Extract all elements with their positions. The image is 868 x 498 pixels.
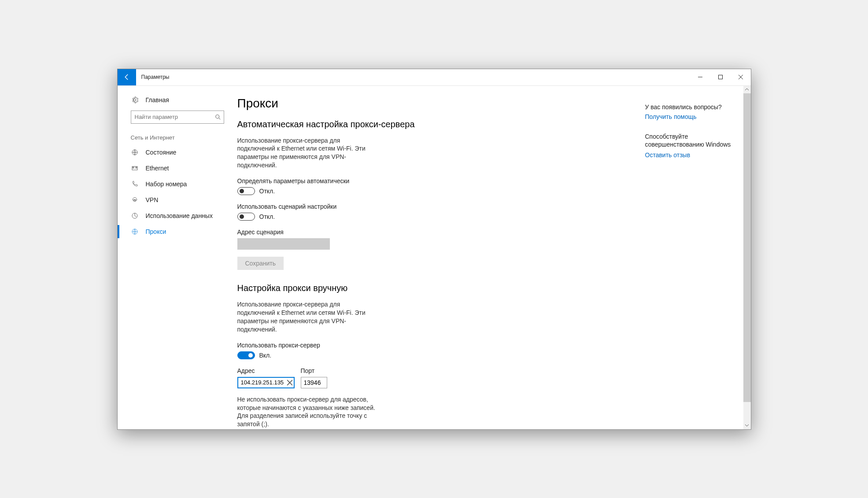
phone-icon (131, 181, 139, 188)
detect-toggle[interactable] (237, 187, 255, 195)
script-state: Откл. (259, 213, 275, 220)
auto-desc: Использование прокси-сервера для подключ… (237, 136, 378, 170)
category-label: Сеть и Интернет (118, 128, 229, 144)
script-toggle-row: Откл. (237, 213, 554, 221)
clear-icon[interactable] (287, 380, 293, 386)
sidebar-item-data-usage[interactable]: Использование данных (118, 208, 229, 224)
addr-port-row: Адрес Порт (237, 367, 554, 388)
sidebar-item-label: VPN (146, 196, 159, 203)
window-controls (690, 69, 751, 85)
back-button[interactable] (118, 69, 136, 85)
scrollbar[interactable] (743, 86, 751, 429)
script-addr-input (237, 238, 330, 250)
port-column: Порт (301, 367, 327, 388)
vpn-icon (131, 196, 139, 203)
use-proxy-state: Вкл. (259, 352, 272, 359)
window-title: Параметры (136, 69, 690, 85)
titlebar: Параметры (118, 69, 751, 86)
script-toggle[interactable] (237, 213, 255, 221)
port-input[interactable] (301, 377, 327, 388)
settings-window: Параметры Главная (117, 69, 751, 430)
chevron-up-icon (745, 87, 749, 92)
sidebar-item-proxy[interactable]: Прокси (118, 224, 229, 240)
minimize-icon (698, 74, 703, 80)
addr-wrap (237, 377, 295, 388)
window-body: Главная Сеть и Интернет Состояние E (118, 86, 751, 429)
except-desc: Не использовать прокси-сервер для адресо… (237, 395, 387, 429)
search-wrap (118, 111, 229, 128)
use-proxy-toggle[interactable] (237, 351, 255, 359)
svg-rect-1 (718, 75, 722, 79)
detect-state: Откл. (259, 188, 275, 195)
auto-save-button: Сохранить (237, 257, 284, 270)
get-help-link[interactable]: Получить помощь (645, 113, 738, 120)
script-label: Использовать сценарий настройки (237, 203, 554, 210)
questions-label: У вас появились вопросы? (645, 103, 738, 111)
home-label: Главная (146, 96, 169, 103)
improve-label: Способствуйте совершенствованию Windows (645, 133, 738, 149)
main-column: Прокси Автоматическая настройка прокси-с… (237, 96, 554, 419)
ethernet-icon (131, 165, 139, 172)
scroll-down-arrow[interactable] (743, 422, 751, 429)
use-proxy-toggle-row: Вкл. (237, 351, 554, 359)
feedback-link[interactable]: Оставить отзыв (645, 151, 738, 159)
manual-heading: Настройка прокси вручную (237, 283, 554, 293)
scroll-thumb[interactable] (743, 93, 751, 402)
minimize-button[interactable] (690, 69, 710, 85)
addr-label: Адрес (237, 367, 295, 374)
sidebar-item-ethernet[interactable]: Ethernet (118, 160, 229, 176)
data-icon (131, 212, 139, 219)
port-label: Порт (301, 367, 327, 374)
content-area: Прокси Автоматическая настройка прокси-с… (229, 86, 751, 429)
maximize-button[interactable] (710, 69, 731, 85)
sidebar-item-label: Ethernet (146, 165, 169, 172)
svg-point-2 (215, 114, 219, 118)
globe-icon (131, 228, 139, 235)
svg-rect-8 (134, 199, 136, 201)
search-input[interactable] (135, 114, 215, 120)
page-title: Прокси (237, 96, 554, 111)
arrow-left-icon (123, 73, 131, 81)
svg-rect-6 (133, 167, 134, 168)
sidebar-item-status[interactable]: Состояние (118, 144, 229, 160)
auto-heading: Автоматическая настройка прокси-сервера (237, 119, 554, 129)
chevron-down-icon (745, 423, 749, 428)
manual-desc: Использование прокси-сервера для подключ… (237, 300, 378, 334)
gear-icon (131, 96, 139, 103)
close-icon (738, 74, 743, 80)
scroll-up-arrow[interactable] (743, 86, 751, 93)
use-proxy-label: Использовать прокси-сервер (237, 342, 554, 349)
detect-toggle-row: Откл. (237, 187, 554, 195)
script-addr-label: Адрес сценария (237, 229, 554, 236)
sidebar-item-label: Набор номера (146, 181, 187, 188)
detect-label: Определять параметры автоматически (237, 177, 554, 184)
svg-rect-7 (136, 167, 137, 168)
search-box[interactable] (131, 111, 224, 124)
search-icon (215, 114, 221, 120)
svg-line-3 (218, 118, 220, 119)
address-input[interactable] (237, 377, 295, 388)
sidebar-item-label: Прокси (146, 228, 166, 235)
status-icon (131, 149, 139, 156)
close-button[interactable] (731, 69, 751, 85)
sidebar-item-dialup[interactable]: Набор номера (118, 176, 229, 192)
sidebar-item-label: Использование данных (146, 212, 213, 219)
sidebar: Главная Сеть и Интернет Состояние E (118, 86, 229, 429)
home-button[interactable]: Главная (118, 92, 229, 108)
addr-column: Адрес (237, 367, 295, 388)
sidebar-item-label: Состояние (146, 149, 177, 156)
sidebar-item-vpn[interactable]: VPN (118, 192, 229, 208)
scroll-track[interactable] (743, 93, 751, 422)
maximize-icon (718, 74, 723, 80)
right-column: У вас появились вопросы? Получить помощь… (645, 96, 738, 419)
